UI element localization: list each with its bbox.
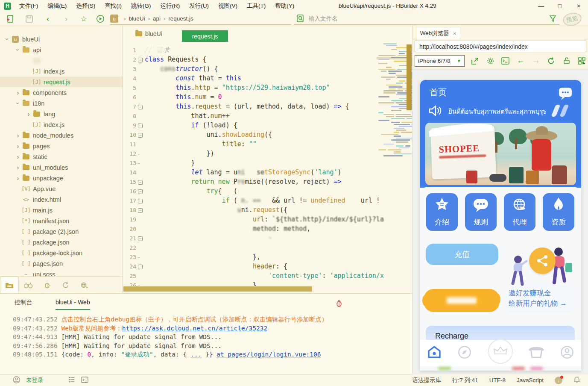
forward-icon[interactable]: → bbox=[531, 56, 541, 65]
tree-item-lang[interactable]: ›lang bbox=[0, 109, 123, 119]
tree-arrow-icon[interactable]: › bbox=[4, 36, 11, 42]
tree-item-package (2).json[interactable]: [ ]package (2).json bbox=[0, 226, 123, 237]
language-mode[interactable]: JavaScript bbox=[517, 377, 544, 383]
menu-选择(S)[interactable]: 选择(S) bbox=[71, 0, 100, 12]
recharge-button[interactable]: 充值 bbox=[426, 244, 498, 265]
menu-跳转(G)[interactable]: 跳转(G) bbox=[126, 0, 156, 12]
line-col[interactable]: 行:7 列:41 bbox=[452, 377, 478, 384]
terminal-icon[interactable] bbox=[81, 377, 88, 384]
tree-item-pages.json[interactable]: [ ]pages.json bbox=[0, 258, 123, 269]
line-number[interactable]: 14 bbox=[123, 168, 136, 177]
line-number[interactable]: 5 bbox=[123, 83, 136, 93]
log-link[interactable]: https://ask.dcloud.net.cn/article/35232 bbox=[122, 325, 267, 332]
invite-card[interactable]: 邀好发赚现金 给新用户的礼物 → bbox=[504, 242, 575, 313]
menu-视图(V)[interactable]: 视图(V) bbox=[214, 0, 242, 12]
tab-request-js[interactable]: request.js bbox=[182, 30, 228, 42]
tree-item-package.json[interactable]: [ ]package.json bbox=[0, 237, 123, 248]
fold-marker-icon[interactable]: − bbox=[138, 133, 143, 138]
promo-banner[interactable]: SHOPEE bbox=[425, 123, 576, 185]
tree-arrow-icon[interactable]: › bbox=[26, 110, 32, 118]
back-icon[interactable]: ‹ bbox=[43, 14, 53, 24]
fold-marker-icon[interactable]: − bbox=[138, 199, 143, 203]
tree-arrow-icon[interactable]: › bbox=[15, 47, 22, 53]
code-line[interactable]: 9− if (!load) { bbox=[123, 121, 407, 130]
code-line[interactable]: 4 const that = this bbox=[123, 74, 407, 83]
tree-item-index.js[interactable]: [J]index.js bbox=[0, 66, 123, 77]
line-number[interactable]: 1 bbox=[123, 46, 136, 55]
tree-item-api[interactable]: ›api bbox=[0, 44, 123, 55]
menu-工具(T)[interactable]: 工具(T) bbox=[242, 0, 270, 12]
line-number[interactable]: 15 bbox=[123, 177, 136, 187]
refresh-icon[interactable] bbox=[547, 56, 556, 65]
tree-item-i18n[interactable]: ›i18n bbox=[0, 98, 123, 109]
code-line[interactable]: 14 let lang = uni setStorageSync('lang') bbox=[123, 168, 407, 177]
line-number[interactable]: 9 bbox=[123, 121, 136, 130]
close-icon[interactable]: × bbox=[453, 30, 456, 37]
fold-marker-icon[interactable]: − bbox=[138, 189, 143, 194]
tab-blueui-web[interactable]: blueUi - Web bbox=[56, 299, 90, 310]
tab-web-browser[interactable]: Web浏览器 × bbox=[416, 27, 460, 39]
tree-item-request.js[interactable]: [J]request.js bbox=[0, 77, 123, 87]
code-line[interactable]: 17− if ( n. == && url != undefined url ! bbox=[123, 196, 407, 205]
star-icon[interactable]: ☆ bbox=[79, 14, 89, 24]
code-line[interactable]: 11 title: "" bbox=[123, 139, 407, 149]
vertical-scrollbar[interactable] bbox=[407, 44, 412, 110]
line-number[interactable]: 23 bbox=[123, 253, 136, 262]
minimize-button[interactable]: — bbox=[532, 0, 550, 12]
line-number[interactable]: 22 bbox=[123, 243, 136, 253]
bell-icon[interactable] bbox=[573, 376, 580, 385]
login-status[interactable]: 未登录 bbox=[26, 377, 44, 384]
bug-icon[interactable] bbox=[336, 300, 342, 309]
menu-编辑(E)[interactable]: 编辑(E) bbox=[43, 0, 71, 12]
fold-marker-icon[interactable]: − bbox=[138, 58, 143, 62]
tree-arrow-icon[interactable]: › bbox=[15, 89, 21, 96]
sidebar-tab-refresh-icon[interactable] bbox=[56, 277, 75, 293]
menu-帮助(Y)[interactable]: 帮助(Y) bbox=[270, 0, 299, 12]
tree-item-smudged[interactable] bbox=[0, 55, 123, 66]
code-line[interactable]: 3 constructor() { bbox=[123, 64, 407, 74]
url-bar[interactable]: http://localhost:8080/#/pages/index/inde… bbox=[415, 41, 586, 52]
tree-arrow-icon[interactable]: › bbox=[15, 174, 21, 182]
tabbar-crown-icon[interactable] bbox=[488, 339, 513, 364]
breadcrumb-blueUi[interactable]: blueUi bbox=[129, 15, 145, 22]
code-line[interactable]: 15− return new Promise((resolve, reject)… bbox=[123, 177, 407, 186]
tile-介绍[interactable]: 介绍 bbox=[426, 193, 458, 231]
tree-item-uni_modules[interactable]: ›uni_modules bbox=[0, 162, 123, 173]
tile-规则[interactable]: 规则 bbox=[465, 193, 497, 231]
tree-item-main.js[interactable]: [J]main.js bbox=[0, 205, 123, 215]
menu-文件(F)[interactable]: 文件(F) bbox=[15, 0, 43, 12]
tree-item-manifest.json[interactable]: [*]manifest.json bbox=[0, 215, 123, 226]
save-icon[interactable] bbox=[24, 14, 34, 24]
fold-marker-icon[interactable]: − bbox=[138, 236, 143, 241]
line-number[interactable]: 16 bbox=[123, 187, 136, 196]
menu-发行(U)[interactable]: 发行(U) bbox=[184, 0, 214, 12]
code-line[interactable]: 23⌐ }, bbox=[123, 252, 407, 262]
line-number[interactable]: 24 bbox=[123, 262, 136, 271]
minimap[interactable] bbox=[378, 43, 405, 163]
code-line[interactable]: 7− this.request = (url, method, data, lo… bbox=[123, 102, 407, 111]
maximize-button[interactable]: □ bbox=[550, 0, 569, 12]
tabbar-home-icon[interactable] bbox=[427, 345, 442, 361]
fold-marker-icon[interactable]: − bbox=[138, 265, 143, 269]
run-icon[interactable] bbox=[95, 14, 105, 24]
funnel-icon[interactable] bbox=[549, 15, 557, 24]
open-external-icon[interactable] bbox=[471, 56, 480, 65]
line-number[interactable]: 18 bbox=[123, 206, 136, 215]
code-line[interactable]: 25 'content-type': 'application/x bbox=[123, 271, 407, 280]
tabbar-profile-icon[interactable] bbox=[560, 345, 574, 361]
gear-icon[interactable] bbox=[486, 56, 495, 65]
line-number[interactable]: 21 bbox=[123, 234, 136, 243]
sidebar-tab-plugins-icon[interactable] bbox=[75, 277, 94, 293]
line-number[interactable]: 26 bbox=[123, 281, 136, 286]
tile-资质[interactable]: 资质 bbox=[543, 193, 574, 231]
horizontal-scrollbar[interactable] bbox=[123, 286, 312, 292]
line-number[interactable]: 12 bbox=[123, 149, 136, 159]
code-line[interactable]: 26⌐ } bbox=[123, 280, 407, 286]
line-number[interactable]: 17 bbox=[123, 196, 136, 206]
code-line[interactable]: 8 that.num++ bbox=[123, 111, 407, 121]
announcement-bar[interactable]: ยินดีต้อนรับสุภาพสตรีและสุภาพบุรุษจา bbox=[428, 104, 573, 119]
console-icon[interactable] bbox=[501, 56, 510, 65]
editor-project-label[interactable]: blueUi bbox=[135, 30, 162, 37]
fold-marker-icon[interactable]: − bbox=[138, 124, 143, 128]
device-select[interactable]: iPhone 6/7/8▼ bbox=[415, 55, 465, 67]
